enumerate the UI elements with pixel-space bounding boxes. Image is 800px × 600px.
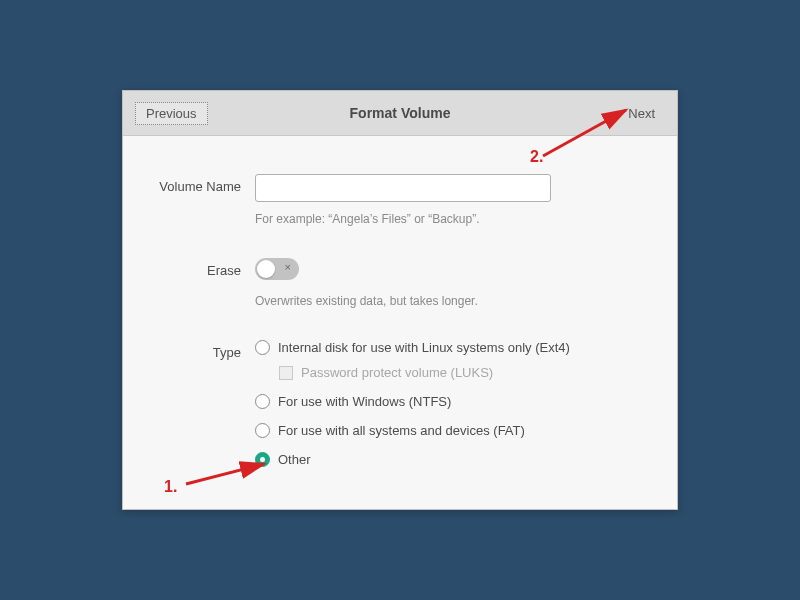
checkbox-label: Password protect volume (LUKS) bbox=[301, 365, 493, 380]
previous-button[interactable]: Previous bbox=[135, 102, 208, 125]
erase-hint: Overwrites existing data, but takes long… bbox=[255, 294, 625, 308]
type-radio-ntfs[interactable]: For use with Windows (NTFS) bbox=[255, 394, 625, 409]
radio-icon bbox=[255, 452, 270, 467]
type-label: Type bbox=[159, 340, 255, 360]
volume-name-label: Volume Name bbox=[159, 174, 255, 194]
radio-icon bbox=[255, 423, 270, 438]
next-button[interactable]: Next bbox=[618, 103, 665, 124]
checkbox-icon bbox=[279, 366, 293, 380]
type-radio-ext4[interactable]: Internal disk for use with Linux systems… bbox=[255, 340, 625, 355]
radio-icon bbox=[255, 394, 270, 409]
type-radio-other[interactable]: Other bbox=[255, 452, 625, 467]
erase-toggle[interactable]: × bbox=[255, 258, 299, 280]
radio-label: Other bbox=[278, 452, 311, 467]
volume-name-input[interactable] bbox=[255, 174, 551, 202]
type-row: Type Internal disk for use with Linux sy… bbox=[159, 340, 625, 467]
format-volume-dialog: Previous Format Volume Next Volume Name … bbox=[122, 90, 678, 510]
toggle-knob bbox=[257, 260, 275, 278]
erase-label: Erase bbox=[159, 258, 255, 278]
toggle-off-icon: × bbox=[285, 261, 291, 273]
volume-name-hint: For example: “Angela’s Files” or “Backup… bbox=[255, 212, 625, 226]
dialog-header: Previous Format Volume Next bbox=[123, 91, 677, 136]
erase-row: Erase × Overwrites existing data, but ta… bbox=[159, 258, 625, 308]
radio-label: For use with Windows (NTFS) bbox=[278, 394, 451, 409]
radio-label: Internal disk for use with Linux systems… bbox=[278, 340, 570, 355]
volume-name-row: Volume Name For example: “Angela’s Files… bbox=[159, 174, 625, 226]
dialog-content: Volume Name For example: “Angela’s Files… bbox=[123, 136, 677, 509]
type-radio-fat[interactable]: For use with all systems and devices (FA… bbox=[255, 423, 625, 438]
radio-icon bbox=[255, 340, 270, 355]
type-checkbox-luks: Password protect volume (LUKS) bbox=[279, 365, 625, 380]
radio-label: For use with all systems and devices (FA… bbox=[278, 423, 525, 438]
